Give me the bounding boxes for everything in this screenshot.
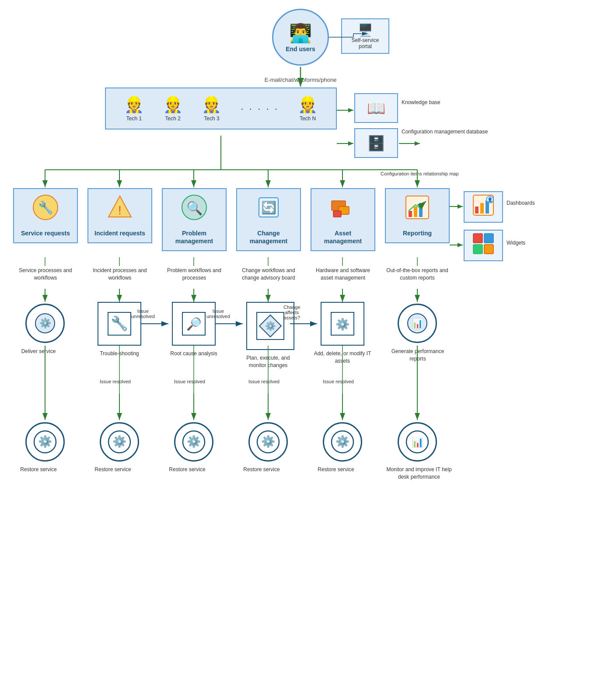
svg-text:📊: 📊	[411, 436, 423, 448]
module-service-requests: 🔧 Service requests	[13, 188, 78, 243]
service-sub-label: Service processes and workflows	[13, 267, 78, 282]
config-items-label: Configuration items relationship map	[381, 171, 459, 177]
svg-rect-59	[414, 206, 417, 217]
tech-3: 👷 Tech 3	[202, 95, 221, 122]
tech-3-icon: 👷	[202, 95, 221, 114]
restore-service-5: ⚙️	[323, 422, 362, 462]
asset-management-icon	[330, 194, 356, 226]
change-management-icon: 🔄	[255, 194, 282, 226]
tech-1: 👷 Tech 1	[124, 95, 144, 122]
svg-text:⚙️: ⚙️	[39, 317, 52, 329]
add-delete-node: ⚙️	[321, 302, 364, 346]
tech-1-label: Tech 1	[126, 116, 142, 122]
svg-text:⚙️: ⚙️	[38, 434, 52, 448]
tech-2: 👷 Tech 2	[163, 95, 183, 122]
end-users-label: End users	[286, 46, 315, 52]
svg-text:⚙️: ⚙️	[335, 434, 350, 448]
svg-rect-62	[475, 206, 479, 214]
root-cause-label: Root cause analysis	[168, 350, 220, 357]
tech-3-label: Tech 3	[204, 116, 219, 122]
svg-text:⚙️: ⚙️	[265, 321, 276, 331]
issue-resolved-incident: Issue resolved	[100, 379, 131, 384]
change-affects-assets: Changeaffectsassets?	[283, 304, 300, 320]
module-incident-requests: ! Incident requests	[87, 188, 152, 243]
module-change-management: 🔄 Change management	[236, 188, 301, 251]
restore-service-3: ⚙️	[174, 422, 213, 462]
tech-2-icon: 👷	[163, 95, 183, 114]
reporting-icon	[404, 194, 430, 226]
svg-rect-69	[473, 245, 482, 254]
add-delete-label: Add, delete, or modify IT assets	[312, 350, 373, 365]
config-db-box: 🗄️	[354, 128, 398, 158]
widgets-box	[464, 230, 503, 261]
restore-service-1: ⚙️	[25, 422, 65, 462]
end-users-icon: 👨‍💻	[289, 22, 312, 44]
plan-execute-label: Plan, execute, and monitor changes	[238, 354, 299, 369]
issue-resolved-change: Issue resolved	[248, 379, 280, 384]
svg-text:!: !	[118, 203, 122, 217]
module-asset-management: Asset management	[311, 188, 375, 251]
dashboards-icon: 👤	[472, 194, 494, 220]
svg-rect-67	[473, 234, 482, 243]
svg-rect-63	[480, 203, 484, 214]
svg-text:📊: 📊	[412, 318, 423, 329]
restore-service-1-label: Restore service	[12, 466, 65, 473]
restore-service-4: ⚙️	[248, 422, 288, 462]
svg-text:⚙️: ⚙️	[187, 434, 201, 448]
svg-text:🔄: 🔄	[261, 200, 276, 215]
restore-service-2: ⚙️	[100, 422, 139, 462]
issue-resolved-root: Issue resolved	[174, 379, 205, 384]
self-service-portal: 🖥️ Self-service portal	[341, 18, 389, 54]
knowledge-base-box: 📖	[354, 93, 398, 123]
generate-reports-label: Generate performance reports	[389, 348, 446, 363]
dashboards-box: 👤	[464, 191, 503, 223]
issue-unresolved-2: Issueunresolved	[206, 308, 230, 319]
change-management-label: Change management	[241, 229, 297, 245]
problem-sub-label: Problem workflows and processes	[162, 267, 227, 282]
tech-2-label: Tech 2	[165, 116, 181, 122]
tech-n: 👷 Tech N	[298, 95, 318, 122]
monitor-improve-label: Monitor and improve IT help desk perform…	[384, 466, 454, 481]
restore-service-3-label: Restore service	[161, 466, 213, 473]
portal-label: Self-service portal	[346, 37, 384, 49]
change-sub-label: Change workflows and change advisory boa…	[236, 267, 301, 282]
widgets-icon	[472, 233, 494, 258]
tech-dots: . . . . .	[241, 100, 279, 112]
svg-text:🔎: 🔎	[186, 317, 202, 331]
widgets-label: Widgets	[507, 240, 525, 246]
module-reporting: Reporting	[385, 188, 450, 243]
tech-team-box: 👷 Tech 1 👷 Tech 2 👷 Tech 3 . . . . . 👷 T…	[105, 88, 337, 130]
config-db-icon: 🗄️	[367, 134, 385, 152]
module-problem-management: 🔍 Problem management	[162, 188, 227, 251]
issue-unresolved-1: Issueunresolved	[131, 308, 155, 319]
deliver-service-node: ⚙️	[25, 304, 65, 343]
problem-management-icon: 🔍	[181, 194, 207, 226]
issue-resolved-asset: Issue resolved	[323, 379, 354, 384]
config-db-label: Configuration management database	[402, 128, 488, 136]
restore-service-5-label: Restore service	[310, 466, 362, 473]
diagram: 👨‍💻 End users 🖥️ Self-service portal E-m…	[0, 0, 601, 700]
svg-text:🔧: 🔧	[111, 315, 128, 332]
tech-1-icon: 👷	[124, 95, 144, 114]
service-requests-label: Service requests	[21, 229, 70, 237]
svg-text:⚙️: ⚙️	[112, 434, 127, 448]
knowledge-base-icon: 📖	[367, 99, 385, 117]
svg-rect-68	[484, 234, 493, 243]
reporting-sub-label: Out-of-the-box reports and custom report…	[385, 267, 450, 282]
restore-service-4-label: Restore service	[235, 466, 288, 473]
problem-management-label: Problem management	[166, 229, 222, 245]
end-users-node: 👨‍💻 End users	[272, 9, 329, 66]
svg-text:⚙️: ⚙️	[261, 434, 276, 448]
svg-rect-70	[484, 245, 493, 254]
incident-sub-label: Incident processes and workflows	[87, 267, 152, 282]
svg-rect-56	[333, 211, 341, 217]
deliver-service-label: Deliver service	[12, 348, 65, 355]
email-line-label: E-mail/chat/webforms/phone	[265, 77, 337, 83]
restore-service-2-label: Restore service	[87, 466, 139, 473]
monitor-improve-node: 📊	[398, 422, 437, 462]
svg-text:🔍: 🔍	[186, 200, 203, 216]
asset-sub-label: Hardware and software asset management	[311, 267, 375, 282]
dashboards-label: Dashboards	[507, 200, 535, 206]
troubleshooting-label: Trouble-shooting	[93, 350, 146, 357]
knowledge-base-label: Knowledge base	[402, 99, 440, 105]
